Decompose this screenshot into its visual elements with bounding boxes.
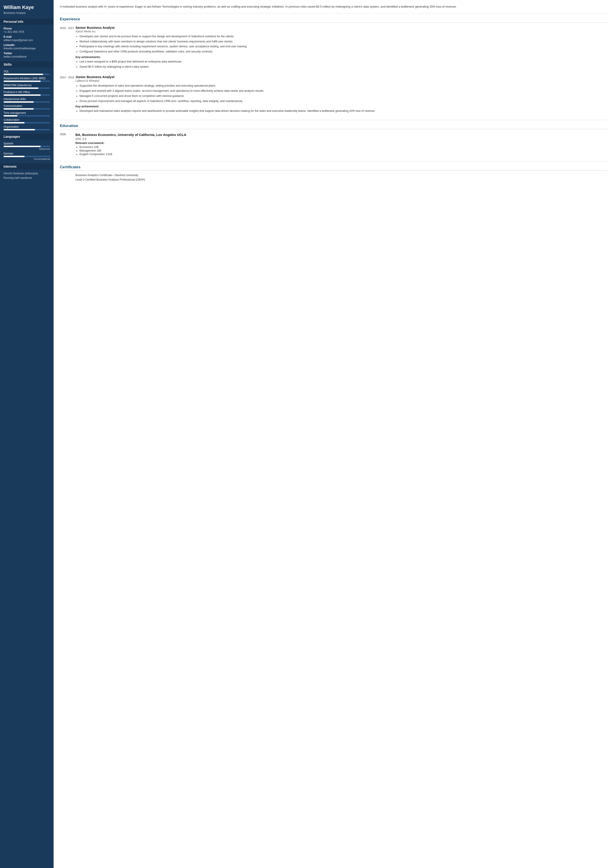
experience-item: 2016 - 2017 Senior Business Analyst Xytr… <box>60 26 608 71</box>
language-level: Advanced <box>3 147 50 150</box>
skill-bar-bg <box>3 81 50 82</box>
skill-bar-fill <box>3 74 43 75</box>
interest-item: Running half-marathons <box>3 176 50 180</box>
skill-item: Proficient in MS Office <box>3 91 50 96</box>
exp-job-title: Junior Business Analyst <box>76 75 608 79</box>
interests-section: Genchi Genbutsu philosophyRunning half-m… <box>3 172 50 180</box>
skills-section: SQL Requirement elicitation (JAD, BRD) B… <box>3 70 50 130</box>
education-list: 2008 BA, Business Economics, University … <box>60 132 608 156</box>
language-bar-bg <box>3 156 50 157</box>
coursework-item: English Composition 131B <box>79 153 608 156</box>
phone-label: Phone <box>3 27 50 30</box>
skill-label: BRM/CRM (Salesforce) <box>3 84 50 87</box>
cert-spacer <box>60 178 76 181</box>
language-item: German Conversational <box>3 152 50 160</box>
exp-bullet: Configured Salesforce and other CRM prod… <box>79 50 608 54</box>
skill-label: Collaboration <box>3 118 50 121</box>
cert-text: Business Analytics Certificate—Stanford … <box>76 174 138 177</box>
exp-bullets: Developed user stories and to-be process… <box>76 34 608 54</box>
skill-item: Organization <box>3 125 50 130</box>
edu-degree: BA, Business Economics, University of Ca… <box>76 132 608 137</box>
interests-heading: Interests <box>0 163 54 170</box>
language-bar-bg <box>3 146 50 147</box>
language-item: Spanish Advanced <box>3 142 50 150</box>
exp-bullet: Developed user stories and to-be process… <box>79 34 608 39</box>
exp-bullet: Engaged and worked with 3 aligned teams … <box>79 89 608 93</box>
cert-item: Level 3 Certified Business Analysis Prof… <box>60 178 608 181</box>
skill-item: Collaboration <box>3 118 50 123</box>
summary-text: A motivated business analyst with 4+ yea… <box>60 5 608 9</box>
language-bar-fill <box>3 156 25 157</box>
education-divider <box>60 120 608 120</box>
skill-bar-fill <box>3 129 35 130</box>
coursework-item: Management 180 <box>79 149 608 152</box>
twitter-value: twitter.com/williamk <box>3 55 50 58</box>
skill-bar-fill <box>3 87 39 89</box>
skill-bar-bg <box>3 95 50 96</box>
edu-gpa: GPA: 3.9 <box>76 138 608 141</box>
exp-bullets: Supported the development of sales and o… <box>76 84 608 103</box>
experience-heading: Experience <box>60 17 608 23</box>
language-bar-fill <box>3 146 40 147</box>
exp-company: LaBeouf & Wheaton <box>76 79 608 82</box>
exp-bullet: Drove process improvement and managed al… <box>79 99 608 103</box>
twitter-label: Twitter <box>3 52 50 55</box>
candidate-title: Business Analyst <box>3 11 50 14</box>
key-achievement-bullets: Led a team assigned to a $5M project tha… <box>76 60 608 69</box>
exp-body: Junior Business Analyst LaBeouf & Wheato… <box>76 75 608 115</box>
key-achievement-bullets: Developed and maintained sales analytics… <box>76 109 608 113</box>
exp-bullet: Managed 5 concurrent projects and drove … <box>79 94 608 98</box>
skill-bar-bg <box>3 87 50 89</box>
experience-list: 2016 - 2017 Senior Business Analyst Xytr… <box>60 26 608 115</box>
email-label: E-mail <box>3 35 50 39</box>
exp-company: Xytras Media Inc. <box>76 30 608 33</box>
exp-bullet: Participated in key meetings with client… <box>79 44 608 49</box>
main-content: A motivated business analyst with 4+ yea… <box>54 0 614 868</box>
edu-body: BA, Business Economics, University of Ca… <box>76 132 608 156</box>
experience-section: Experience 2016 - 2017 Senior Business A… <box>60 17 608 115</box>
email-value: william.kaye@gmail.com <box>3 39 50 42</box>
education-item: 2008 BA, Business Economics, University … <box>60 132 608 156</box>
skill-label: Interpersonal skills <box>3 98 50 101</box>
certificates-heading: Certificates <box>60 165 608 170</box>
key-bullet: Developed and maintained sales analytics… <box>79 109 608 113</box>
education-section: Education 2008 BA, Business Economics, U… <box>60 124 608 156</box>
skill-label: Time management <box>3 112 50 115</box>
skill-bar-fill <box>3 101 34 103</box>
skill-item: Time management <box>3 112 50 116</box>
skill-bar-fill <box>3 81 40 82</box>
skill-bar-fill <box>3 95 40 96</box>
experience-item: 2014 - 2016 Junior Business Analyst LaBe… <box>60 75 608 115</box>
key-bullet: Led a team assigned to a $5M project tha… <box>79 60 608 64</box>
skill-item: Communication <box>3 104 50 110</box>
skill-bar-bg <box>3 101 50 103</box>
exp-job-title: Senior Business Analyst <box>76 26 608 29</box>
exp-date: 2014 - 2016 <box>60 75 76 115</box>
cert-spacer <box>60 174 76 177</box>
key-bullet: Saved $0.5 million by redesigning a clie… <box>79 65 608 69</box>
skill-label: Communication <box>3 104 50 108</box>
skill-label: Proficient in MS Office <box>3 91 50 94</box>
exp-date: 2016 - 2017 <box>60 26 76 71</box>
skill-bar-bg <box>3 115 50 116</box>
exp-body: Senior Business Analyst Xytras Media Inc… <box>76 26 608 71</box>
skill-item: Requirement elicitation (JAD, BRD) <box>3 77 50 82</box>
language-label: Spanish <box>3 142 50 145</box>
languages-section: Spanish Advanced German Conversational <box>3 142 50 160</box>
language-level: Conversational <box>3 158 50 160</box>
skill-bar-bg <box>3 122 50 123</box>
skill-bar-bg <box>3 129 50 130</box>
candidate-name: William Kaye <box>3 5 50 10</box>
cert-item: Business Analytics Certificate—Stanford … <box>60 174 608 177</box>
skill-bar-bg <box>3 108 50 110</box>
skill-item: SQL <box>3 70 50 75</box>
skill-label: SQL <box>3 70 50 73</box>
exp-bullet: Worked collaboratively with team members… <box>79 39 608 44</box>
exp-bullet: Supported the development of sales and o… <box>79 84 608 88</box>
skill-label: Requirement elicitation (JAD, BRD) <box>3 77 50 80</box>
skill-bar-fill <box>3 122 25 123</box>
key-achievement-title: Key achievement: <box>76 105 608 108</box>
skill-item: BRM/CRM (Salesforce) <box>3 84 50 89</box>
skills-heading: Skills <box>0 61 54 68</box>
certs-divider <box>60 161 608 161</box>
